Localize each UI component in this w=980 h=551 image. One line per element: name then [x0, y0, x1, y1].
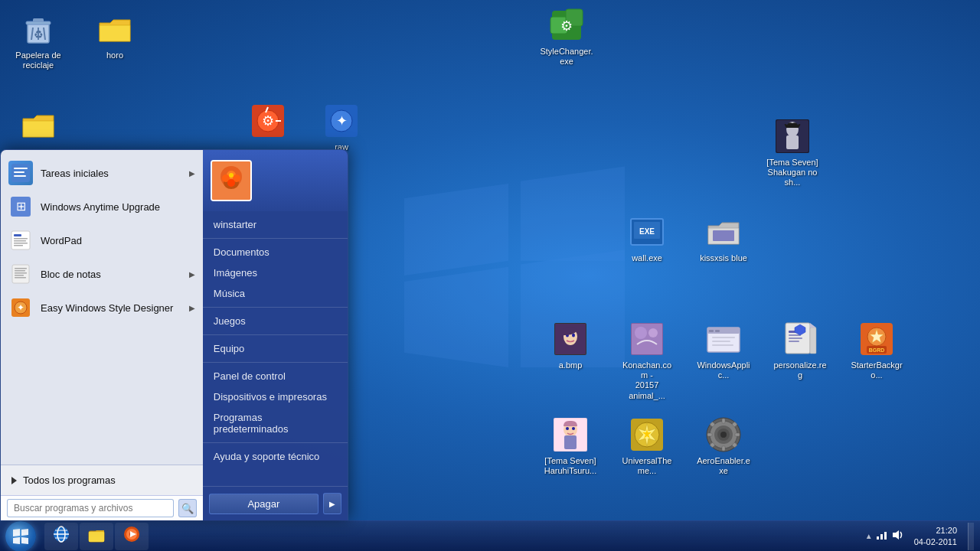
- svg-marker-121: [893, 530, 899, 540]
- tareas-icon: [8, 161, 33, 185]
- clock-time: 21:20: [936, 525, 957, 536]
- right-menu-item-imagenes[interactable]: Imágenes: [203, 262, 348, 283]
- desktop-icon-stylechanger[interactable]: ⚙ StyleChanger.exe: [536, 4, 597, 70]
- desktop-icon-papelera[interactable]: ♻ Papelera dereciclaje: [8, 8, 69, 73]
- right-menu-item-ayuda[interactable]: Ayuda y soporte técnico: [203, 446, 348, 467]
- desktop-icon-winapplic[interactable]: WindowsApplic...: [693, 318, 754, 383]
- shutdown-button[interactable]: Apagar: [209, 494, 318, 514]
- right-menu-item-equipo[interactable]: Equipo: [203, 338, 348, 359]
- start-button[interactable]: [0, 521, 41, 552]
- svg-rect-88: [14, 243, 28, 244]
- menu-item-upgrade[interactable]: ⊞ Windows Anytime Upgrade: [1, 190, 203, 223]
- desktop-icon-abmp[interactable]: a.bmp: [540, 318, 601, 373]
- desktop-icon-aero-enabler[interactable]: AeroEnabler.exe: [693, 413, 754, 479]
- upgrade-icon: ⊞: [8, 194, 33, 219]
- desktop-icon-tema-shakugan[interactable]: [Tema Seven]Shakugan no sh...: [762, 115, 823, 191]
- right-menu-item-winstarter[interactable]: winstarter: [203, 214, 348, 235]
- desktop-icon-draw-tool[interactable]: ✦ raw: [311, 99, 372, 155]
- desktop-icon-aero-enabler-label: AeroEnabler.exe: [696, 456, 751, 476]
- right-divider-2: [203, 307, 348, 308]
- svg-rect-94: [15, 275, 24, 276]
- start-menu: Tareas iniciales ▶ ⊞ Windows Anytime Upg…: [0, 149, 348, 520]
- winapplic-icon: [705, 321, 742, 357]
- svg-rect-26: [713, 230, 734, 241]
- right-menu-item-juegos[interactable]: Juegos: [203, 311, 348, 331]
- taskbar-app-media[interactable]: [115, 523, 149, 550]
- right-menu-items-list: winstarter Documentos Imágenes Música Ju…: [203, 211, 348, 486]
- desktop-icon-universal-theme-label: UniversalTheme...: [619, 456, 675, 476]
- desktop-icon-wall-exe[interactable]: EXE wall.exe: [616, 210, 678, 266]
- svg-text:♻: ♻: [34, 28, 44, 41]
- menu-item-styledesigner-label: Easy Windows Style Designer: [41, 302, 181, 314]
- desktop-icon-starter-bgr[interactable]: BGRD StarterBackgro...: [846, 318, 907, 383]
- konachan-icon: [629, 321, 665, 357]
- wordpad-icon: [8, 228, 33, 253]
- svg-rect-41: [712, 341, 730, 342]
- show-desktop-button[interactable]: [968, 523, 974, 550]
- all-programs-label: Todos los programas: [23, 474, 116, 486]
- desktop-icon-tema-haruhi-label: [Tema Seven]HaruhiTsuru...: [544, 456, 596, 476]
- desktop-icon-kissxsis[interactable]: kissxsis blue: [693, 210, 754, 266]
- abmp-icon: [552, 321, 589, 357]
- svg-rect-33: [632, 324, 662, 354]
- svg-text:✦: ✦: [336, 113, 348, 129]
- tema-haruhi-icon: [552, 416, 589, 453]
- svg-rect-39: [715, 330, 720, 332]
- all-programs-arrow-icon: [11, 477, 17, 484]
- clock-date: 04-02-2011: [914, 536, 957, 547]
- svg-rect-80: [14, 171, 24, 173]
- search-bar: 🔍: [1, 495, 203, 520]
- taskbar-app-explorer[interactable]: [80, 523, 113, 550]
- svg-text:BGRD: BGRD: [869, 347, 885, 353]
- svg-text:⚙: ⚙: [262, 113, 274, 129]
- desktop-icon-universal-theme[interactable]: UniversalTheme...: [616, 413, 678, 479]
- menu-item-bloc[interactable]: Bloc de notas ▶: [1, 257, 203, 291]
- clock[interactable]: 21:20 04-02-2011: [908, 525, 963, 547]
- svg-rect-86: [14, 238, 28, 240]
- right-menu-item-dispositivos[interactable]: Dispositivos e impresoras: [203, 386, 348, 407]
- menu-item-wordpad[interactable]: WordPad: [1, 223, 203, 257]
- desktop-icon-stylechanger-label: StyleChanger.exe: [539, 47, 594, 67]
- svg-text:⊞: ⊞: [16, 200, 26, 213]
- tema-shakugan-icon: [774, 118, 811, 155]
- right-menu-item-programas[interactable]: Programas predeterminados: [203, 407, 348, 439]
- universal-theme-icon: [629, 416, 665, 453]
- desktop-icon-winstarter-tool[interactable]: ⚙: [237, 99, 299, 145]
- svg-rect-71: [735, 433, 740, 436]
- menu-item-styledesigner[interactable]: ✦ Easy Windows Style Designer ▶: [1, 291, 203, 324]
- right-menu-item-documentos[interactable]: Documentos: [203, 242, 348, 262]
- tray-network-icon[interactable]: [876, 529, 888, 543]
- start-menu-left-panel: Tareas iniciales ▶ ⊞ Windows Anytime Upg…: [1, 150, 203, 520]
- menu-item-tareas[interactable]: Tareas iniciales ▶: [1, 156, 203, 190]
- svg-rect-81: [14, 175, 26, 177]
- shutdown-arrow-button[interactable]: ▶: [323, 493, 341, 514]
- search-input[interactable]: [7, 499, 174, 517]
- search-button[interactable]: 🔍: [178, 499, 197, 517]
- menu-item-wordpad-label: WordPad: [41, 235, 195, 246]
- svg-rect-113: [89, 532, 104, 542]
- all-programs-item[interactable]: Todos los programas: [1, 470, 203, 491]
- svg-point-58: [566, 427, 569, 430]
- wall-exe-icon: EXE: [629, 214, 665, 250]
- taskbar-app-ie[interactable]: [44, 523, 78, 550]
- horo-folder-icon: [96, 11, 133, 47]
- winstarter-tool-icon: ⚙: [250, 103, 286, 139]
- styledesigner-icon: ✦: [8, 295, 33, 320]
- svg-rect-70: [707, 433, 712, 436]
- desktop-icon-folder2[interactable]: [8, 103, 69, 149]
- desktop-icon-abmp-label: a.bmp: [559, 360, 583, 370]
- right-menu-item-panel[interactable]: Panel de control: [203, 366, 348, 386]
- desktop-icon-tema-haruhi[interactable]: [Tema Seven]HaruhiTsuru...: [540, 413, 601, 479]
- user-header: [203, 150, 348, 211]
- svg-point-77: [720, 432, 727, 438]
- desktop-icon-horo[interactable]: horo: [84, 8, 145, 64]
- desktop-icon-personalize-reg[interactable]: personalize.reg: [769, 318, 831, 383]
- tray-volume-icon[interactable]: [891, 529, 903, 543]
- bloc-arrow: ▶: [189, 270, 195, 279]
- desktop-icon-tema-shakugan-label: [Tema Seven]Shakugan no sh...: [765, 158, 820, 188]
- svg-rect-90: [12, 265, 29, 283]
- tray-expand-button[interactable]: ▲: [865, 532, 873, 540]
- desktop-icon-konachan[interactable]: Konachan.com -20157 animal_...: [616, 318, 678, 404]
- right-menu-item-musica[interactable]: Música: [203, 283, 348, 304]
- svg-text:✦: ✦: [17, 302, 24, 313]
